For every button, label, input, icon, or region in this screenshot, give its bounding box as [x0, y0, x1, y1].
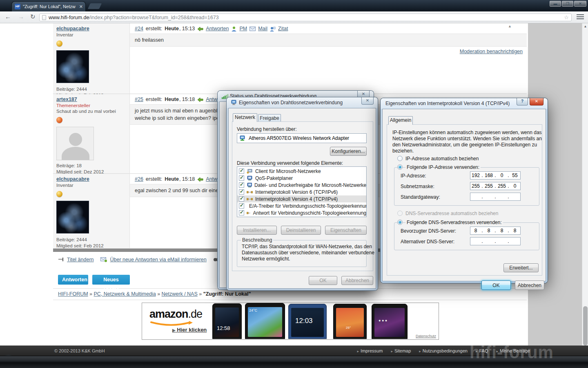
radio-manual-dns[interactable]	[397, 220, 403, 225]
checkbox-checked-icon[interactable]	[239, 175, 244, 181]
email-notify-link[interactable]: Über neue Antworten via eMail informiere…	[110, 257, 207, 263]
list-item[interactable]: E/A-Treiber für Verbindungsschicht-Topol…	[237, 202, 366, 209]
radio-manual-dns-label[interactable]: Folgende DNS-Serveradressen verwenden:	[405, 220, 503, 225]
post-number-link[interactable]: #25	[135, 96, 143, 102]
deinstallieren-button[interactable]: Deinstallieren	[281, 226, 321, 235]
breadcrumb-category[interactable]: PC, Netzwerk & Multimedia	[94, 291, 156, 297]
zitat-link[interactable]: Zitat	[278, 26, 288, 31]
dialog-body: Netzwerk Freigabe Verbindung herstellen …	[228, 108, 376, 289]
window-close-button[interactable]: ✕	[574, 1, 586, 7]
neues-thema-button[interactable]: Neues Thema	[92, 275, 130, 285]
gateway-field[interactable]: ...	[470, 193, 521, 201]
author-link[interactable]: elchupacabre	[56, 176, 126, 182]
checkbox-checked-icon[interactable]	[239, 182, 244, 188]
list-item[interactable]: Client für Microsoft-Netzwerke	[237, 168, 366, 175]
eigenschaften-button[interactable]: Eigenschaften	[325, 226, 367, 235]
footer-link-impressum[interactable]: ▸Impressum	[357, 348, 383, 353]
installieren-button[interactable]: Installieren...	[237, 226, 277, 235]
subnet-mask-field[interactable]: 255.255.255.0	[470, 182, 521, 190]
post25-user-cell: artex187 Themenersteller Schaut ab und z…	[53, 94, 130, 174]
new-tab-button[interactable]	[88, 3, 102, 9]
scrollbar-thumb[interactable]	[583, 306, 588, 346]
checkbox-checked-icon[interactable]	[239, 203, 244, 209]
scroll-up-icon[interactable]: ▲	[582, 25, 588, 28]
titel-aendern-link[interactable]: Titel ändern	[67, 257, 94, 263]
tab-freigabe[interactable]: Freigabe	[258, 114, 281, 122]
checkbox-checked-icon[interactable]	[239, 196, 244, 202]
post-count: Beiträge: 2444	[56, 87, 87, 92]
antworten-button[interactable]: Antworten	[58, 275, 88, 285]
reply-icon	[197, 177, 203, 182]
window-maximize-button[interactable]: ❐	[562, 1, 573, 7]
url-bar[interactable]: www.hifi-forum.de/index.php?action=brows…	[39, 13, 572, 21]
window-minimize-button[interactable]: ▬	[550, 1, 561, 7]
forward-icon[interactable]: →	[18, 13, 24, 20]
ok-button[interactable]: OK	[309, 276, 337, 285]
browser-scrollbar[interactable]: ▲ ▼	[582, 23, 588, 355]
radio-manual-ip-label[interactable]: Folgende IP-Adresse verwenden:	[405, 164, 481, 170]
ip-address-field[interactable]: 192.168.0.55	[470, 171, 521, 180]
alternate-dns-field[interactable]: ...	[470, 237, 521, 245]
radio-auto-dns-label[interactable]: DNS-Serveradresse automatisch beziehen	[405, 211, 498, 216]
checkbox-checked-icon[interactable]	[239, 189, 244, 195]
rank-coin-icon	[56, 191, 62, 197]
close-icon[interactable]: ✕	[530, 98, 543, 105]
radio-manual-ip[interactable]	[397, 164, 403, 170]
datenschutz-link[interactable]: Datenschutz	[416, 334, 436, 338]
abbrechen-button[interactable]: Abbrechen	[341, 276, 373, 285]
footer-link-meine-beitraege[interactable]: ▸Meine Beiträge	[496, 348, 530, 353]
breadcrumb-sep: »	[157, 291, 160, 297]
post-number-link[interactable]: #24	[135, 26, 143, 31]
list-item[interactable]: Internetprotokoll Version 6 (TCP/IPv6)	[237, 188, 366, 195]
reload-icon[interactable]: ↻	[30, 13, 36, 20]
dns2-label: Alternativer DNS-Server:	[401, 239, 454, 245]
post-number-link[interactable]: #26	[135, 176, 143, 182]
list-item[interactable]: Antwort für Verbindungsschicht-Topologie…	[237, 209, 366, 216]
author-link[interactable]: elchupacabre	[56, 26, 126, 31]
ad-banner[interactable]: amazon.de ▶ Hier klicken 12:58 24°C 12:0…	[142, 303, 439, 340]
breadcrumb-root[interactable]: HIFI-FORUM	[58, 291, 88, 297]
back-icon[interactable]: ←	[5, 13, 11, 20]
tab-allgemein[interactable]: Allgemein	[388, 116, 413, 125]
author-role: Inventar	[56, 32, 126, 37]
breadcrumb-subforum[interactable]: Netzwerk / NAS	[162, 291, 198, 297]
tab-netzwerk[interactable]: Netzwerk	[233, 113, 257, 122]
hier-klicken-link[interactable]: ▶ Hier klicken	[172, 327, 207, 333]
help-icon[interactable]: ?	[517, 98, 528, 105]
url-text[interactable]: www.hifi-forum.de/index.php?action=brows…	[49, 15, 561, 20]
network-adapter-icon	[231, 100, 238, 105]
preferred-dns-field[interactable]: 8.8.8.8	[470, 227, 521, 235]
footer-link-faq[interactable]: ▸FAQ	[476, 348, 488, 353]
list-item[interactable]: Datei- und Druckerfreigabe für Microsoft…	[237, 182, 366, 188]
breadcrumb-current: "Zugriff: Nur Lokal"	[203, 291, 251, 297]
ok-button[interactable]: OK	[481, 280, 511, 290]
footer-link-sitemap[interactable]: ▸Sitemap	[391, 348, 411, 353]
moderation-link[interactable]: Moderation benachrichtigen	[460, 49, 523, 54]
abbrechen-button[interactable]: Abbrechen	[515, 280, 544, 290]
antworten-link[interactable]: Antworten	[206, 26, 229, 31]
ipv4-properties-dialog[interactable]: Eigenschaften von Internetprotokoll Vers…	[381, 98, 548, 283]
author-link[interactable]: artex187	[56, 96, 126, 102]
erweitert-button[interactable]: Erweitert...	[503, 263, 539, 272]
pm-link[interactable]: PM	[239, 26, 247, 31]
adapter-field: Atheros AR5007EG Wireless Network Adapte…	[237, 133, 367, 143]
footer-link-nutzungsbedingungen[interactable]: ▸Nutzungsbedingungen	[419, 348, 468, 353]
close-icon[interactable]: ✕	[361, 97, 374, 105]
list-item[interactable]: QoS-Paketplaner	[237, 175, 366, 182]
mail-link[interactable]: Mail	[258, 26, 267, 31]
konfigurieren-button[interactable]: Konfigurieren...	[330, 147, 367, 156]
radio-auto-ip-label[interactable]: IP-Adresse automatisch beziehen	[405, 156, 479, 162]
tab-close-icon[interactable]: ✕	[79, 4, 83, 9]
list-item-selected[interactable]: Internetprotokoll Version 4 (TCP/IPv4)	[237, 195, 366, 202]
bookmark-star-icon[interactable]: ☆	[564, 14, 569, 20]
menu-icon[interactable]	[577, 14, 584, 20]
taskbar	[0, 356, 588, 368]
elements-list[interactable]: Client für Microsoft-Netzwerke QoS-Paket…	[237, 166, 367, 217]
checkbox-checked-icon[interactable]	[239, 210, 244, 215]
rank-coin-icon	[56, 117, 62, 123]
radio-auto-ip[interactable]	[397, 156, 403, 161]
radio-auto-dns[interactable]	[397, 211, 403, 216]
checkbox-checked-icon[interactable]	[239, 168, 244, 174]
wireless-properties-dialog[interactable]: Eigenschaften von Drahtlosnetzwerkverbin…	[227, 97, 378, 290]
browser-tab[interactable]: HF "Zugriff: Nur Lokal", Netzw ✕	[11, 1, 86, 11]
